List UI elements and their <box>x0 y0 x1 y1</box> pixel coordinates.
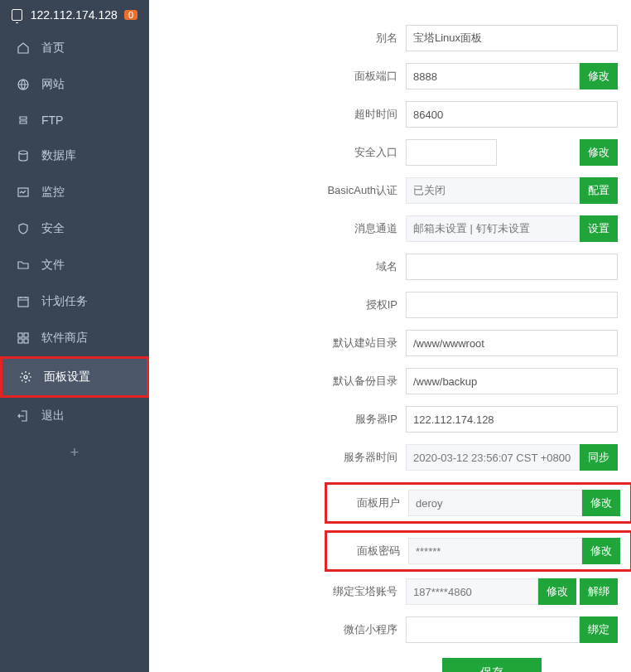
svg-rect-2 <box>18 188 28 196</box>
nav-home[interactable]: 首页 <box>0 30 149 66</box>
nav-site[interactable]: 网站 <box>0 66 149 103</box>
save-button[interactable]: 保存 <box>442 658 542 672</box>
svg-rect-6 <box>18 339 22 343</box>
svg-rect-7 <box>24 339 28 343</box>
server-ip: 122.112.174.128 <box>31 8 118 22</box>
timeout-label: 超时时间 <box>149 107 406 122</box>
sidebar: 122.112.174.128 0 首页 网站 FTP 数据库 监控 安全 文件… <box>0 0 149 672</box>
calendar-icon <box>17 295 30 308</box>
authip-label: 授权IP <box>149 297 406 312</box>
alias-input[interactable] <box>406 25 618 51</box>
backupdir-label: 默认备份目录 <box>149 374 406 389</box>
nav-store[interactable]: 软件商店 <box>0 320 149 356</box>
basicauth-status: 已关闭 <box>406 177 580 204</box>
backupdir-input[interactable] <box>406 368 618 394</box>
paneluser-value: deroy <box>408 490 582 516</box>
msg-label: 消息通道 <box>149 221 406 236</box>
authip-input[interactable] <box>406 292 618 318</box>
nav-cron[interactable]: 计划任务 <box>0 283 149 320</box>
domain-label: 域名 <box>149 259 406 274</box>
svg-rect-5 <box>24 333 28 337</box>
servertime-label: 服务器时间 <box>149 450 406 465</box>
panelpwd-label: 面板密码 <box>327 544 408 558</box>
nav-label: 网站 <box>41 77 65 92</box>
servertime-value: 2020-03-12 23:56:07 CST +0800 <box>406 444 580 471</box>
gear-icon <box>19 370 32 384</box>
port-modify-button[interactable]: 修改 <box>580 63 618 89</box>
bind-modify-button[interactable]: 修改 <box>538 578 576 605</box>
bind-unbind-button[interactable]: 解绑 <box>580 578 618 605</box>
grid-icon <box>17 331 30 345</box>
globe-icon <box>17 78 30 91</box>
siteroot-label: 默认建站目录 <box>149 336 406 351</box>
nav-settings[interactable]: 面板设置 <box>0 356 149 398</box>
server-icon <box>12 9 22 21</box>
shield-icon <box>17 222 30 235</box>
settings-form: 别名给面板取个别名 面板端口修改建议端口范围8888 - 65535，注意 超时… <box>149 0 631 672</box>
highlight-panel-user: 面板用户deroy修改 <box>325 482 631 524</box>
ftp-icon <box>17 114 30 127</box>
siteroot-input[interactable] <box>406 330 618 356</box>
nav-label: 安全 <box>41 221 65 236</box>
timeout-input[interactable] <box>406 101 618 128</box>
wechat-bind-button[interactable]: 绑定 <box>580 616 618 643</box>
domain-input[interactable] <box>406 254 618 280</box>
home-icon <box>17 41 30 55</box>
wechat-input[interactable] <box>406 616 580 643</box>
basicauth-config-button[interactable]: 配置 <box>580 177 618 204</box>
folder-icon <box>17 259 30 272</box>
panelpwd-modify-button[interactable]: 修改 <box>582 538 620 564</box>
svg-point-8 <box>24 375 27 379</box>
svg-rect-4 <box>18 333 22 337</box>
database-icon <box>17 149 30 162</box>
bind-label: 绑定宝塔账号 <box>149 584 406 599</box>
nav-label: 文件 <box>41 258 65 273</box>
paneluser-label: 面板用户 <box>327 496 408 510</box>
port-label: 面板端口 <box>149 69 406 84</box>
paneluser-modify-button[interactable]: 修改 <box>582 490 620 516</box>
nav-label: 首页 <box>41 41 65 56</box>
sidebar-collapse[interactable]: + <box>0 434 149 471</box>
logout-icon <box>17 409 30 423</box>
nav-ftp[interactable]: FTP <box>0 103 149 138</box>
highlight-panel-password: 面板密码******修改 <box>325 530 631 572</box>
nav-label: 监控 <box>41 185 65 200</box>
chart-icon <box>17 186 30 199</box>
serverip-label: 服务器IP <box>149 412 406 427</box>
notification-badge[interactable]: 0 <box>124 10 137 20</box>
serverip-input[interactable] <box>406 406 618 433</box>
nav-label: 计划任务 <box>41 294 88 309</box>
nav-label: FTP <box>41 114 63 127</box>
alias-label: 别名 <box>149 31 406 46</box>
svg-rect-3 <box>18 297 28 307</box>
nav-menu: 首页 网站 FTP 数据库 监控 安全 文件 计划任务 软件商店 面板设置 退出 <box>0 30 149 434</box>
basicauth-label: BasicAuth认证 <box>149 183 406 198</box>
entry-modify-button[interactable]: 修改 <box>580 139 618 166</box>
sync-time-button[interactable]: 同步 <box>580 444 618 471</box>
nav-label: 数据库 <box>41 148 76 163</box>
nav-label: 面板设置 <box>44 370 90 384</box>
msg-status: 邮箱未设置 | 钉钉未设置 <box>406 215 580 242</box>
sidebar-header: 122.112.174.128 0 <box>0 0 149 30</box>
wechat-label: 微信小程序 <box>149 622 406 637</box>
nav-logout[interactable]: 退出 <box>0 398 149 434</box>
nav-security[interactable]: 安全 <box>0 210 149 247</box>
port-input[interactable] <box>406 63 580 89</box>
msg-config-button[interactable]: 设置 <box>580 215 618 242</box>
nav-files[interactable]: 文件 <box>0 247 149 283</box>
entry-label: 安全入口 <box>149 145 406 160</box>
nav-database[interactable]: 数据库 <box>0 138 149 174</box>
nav-label: 软件商店 <box>41 331 88 346</box>
nav-monitor[interactable]: 监控 <box>0 174 149 210</box>
nav-label: 退出 <box>41 409 65 423</box>
svg-point-1 <box>19 151 27 154</box>
entry-input[interactable] <box>406 139 497 166</box>
bind-value: 187****4860 <box>406 578 538 605</box>
panelpwd-value: ****** <box>408 538 582 564</box>
